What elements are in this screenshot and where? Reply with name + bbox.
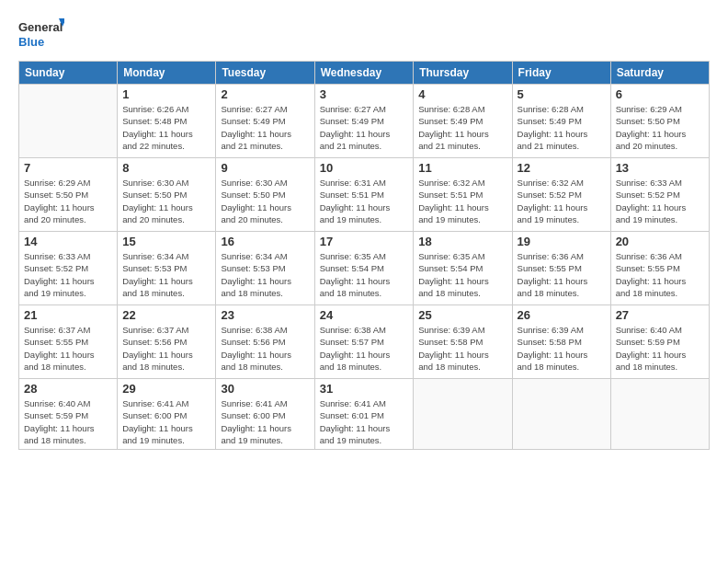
header-tuesday: Tuesday xyxy=(216,62,314,85)
day-info: Sunrise: 6:29 AMSunset: 5:50 PMDaylight:… xyxy=(616,103,704,152)
day-number: 23 xyxy=(221,308,309,322)
calendar-cell: 4Sunrise: 6:28 AMSunset: 5:49 PMDaylight… xyxy=(414,85,512,158)
day-info: Sunrise: 6:39 AMSunset: 5:58 PMDaylight:… xyxy=(518,324,606,373)
header-monday: Monday xyxy=(118,62,216,85)
calendar-cell xyxy=(414,379,512,450)
day-info: Sunrise: 6:27 AMSunset: 5:49 PMDaylight:… xyxy=(221,103,309,152)
page: General Blue SundayMondayTuesdayWednesda… xyxy=(0,0,728,563)
calendar-cell xyxy=(512,379,610,450)
day-number: 3 xyxy=(320,87,409,101)
day-info: Sunrise: 6:40 AMSunset: 5:59 PMDaylight:… xyxy=(616,324,704,373)
day-number: 15 xyxy=(122,235,210,248)
day-info: Sunrise: 6:38 AMSunset: 5:56 PMDaylight:… xyxy=(221,324,309,373)
day-number: 2 xyxy=(221,87,309,101)
calendar-cell: 3Sunrise: 6:27 AMSunset: 5:49 PMDaylight… xyxy=(314,85,414,158)
day-number: 31 xyxy=(320,382,409,396)
day-number: 14 xyxy=(24,235,112,248)
calendar-cell: 24Sunrise: 6:38 AMSunset: 5:57 PMDayligh… xyxy=(314,305,414,379)
day-number: 28 xyxy=(24,382,112,396)
calendar-cell: 13Sunrise: 6:33 AMSunset: 5:52 PMDayligh… xyxy=(610,158,709,232)
day-number: 8 xyxy=(122,161,210,175)
day-number: 11 xyxy=(418,161,506,175)
day-number: 1 xyxy=(122,87,210,101)
day-number: 10 xyxy=(320,161,409,175)
day-info: Sunrise: 6:33 AMSunset: 5:52 PMDaylight:… xyxy=(616,177,704,225)
day-number: 25 xyxy=(418,308,506,322)
day-number: 4 xyxy=(418,87,506,101)
day-number: 5 xyxy=(518,87,606,101)
header: General Blue xyxy=(18,15,710,53)
calendar-cell: 26Sunrise: 6:39 AMSunset: 5:58 PMDayligh… xyxy=(512,305,610,379)
calendar-cell: 25Sunrise: 6:39 AMSunset: 5:58 PMDayligh… xyxy=(414,305,512,379)
logo-svg: General Blue xyxy=(18,15,64,53)
day-info: Sunrise: 6:38 AMSunset: 5:57 PMDaylight:… xyxy=(320,324,409,373)
day-info: Sunrise: 6:32 AMSunset: 5:51 PMDaylight:… xyxy=(418,177,506,225)
day-info: Sunrise: 6:30 AMSunset: 5:50 PMDaylight:… xyxy=(221,177,309,225)
day-info: Sunrise: 6:30 AMSunset: 5:50 PMDaylight:… xyxy=(122,177,210,225)
calendar-cell: 8Sunrise: 6:30 AMSunset: 5:50 PMDaylight… xyxy=(118,158,216,232)
day-info: Sunrise: 6:37 AMSunset: 5:55 PMDaylight:… xyxy=(24,324,112,373)
header-wednesday: Wednesday xyxy=(314,62,414,85)
day-info: Sunrise: 6:33 AMSunset: 5:52 PMDaylight:… xyxy=(24,250,112,299)
calendar-cell: 5Sunrise: 6:28 AMSunset: 5:49 PMDaylight… xyxy=(512,85,610,158)
calendar-cell: 9Sunrise: 6:30 AMSunset: 5:50 PMDaylight… xyxy=(216,158,314,232)
week-row-2: 7Sunrise: 6:29 AMSunset: 5:50 PMDaylight… xyxy=(19,158,710,232)
calendar-cell: 6Sunrise: 6:29 AMSunset: 5:50 PMDaylight… xyxy=(610,85,709,158)
day-info: Sunrise: 6:28 AMSunset: 5:49 PMDaylight:… xyxy=(518,103,606,152)
calendar-header-row: SundayMondayTuesdayWednesdayThursdayFrid… xyxy=(19,62,710,85)
day-info: Sunrise: 6:36 AMSunset: 5:55 PMDaylight:… xyxy=(616,250,704,299)
calendar-cell: 17Sunrise: 6:35 AMSunset: 5:54 PMDayligh… xyxy=(314,232,414,305)
week-row-5: 28Sunrise: 6:40 AMSunset: 5:59 PMDayligh… xyxy=(19,379,710,450)
calendar-cell: 31Sunrise: 6:41 AMSunset: 6:01 PMDayligh… xyxy=(314,379,414,450)
day-info: Sunrise: 6:34 AMSunset: 5:53 PMDaylight:… xyxy=(122,250,210,299)
day-info: Sunrise: 6:27 AMSunset: 5:49 PMDaylight:… xyxy=(320,103,409,152)
calendar-table: SundayMondayTuesdayWednesdayThursdayFrid… xyxy=(18,61,710,450)
day-info: Sunrise: 6:34 AMSunset: 5:53 PMDaylight:… xyxy=(221,250,309,299)
calendar-cell: 27Sunrise: 6:40 AMSunset: 5:59 PMDayligh… xyxy=(610,305,709,379)
svg-text:Blue: Blue xyxy=(18,35,44,49)
day-number: 30 xyxy=(221,382,309,396)
day-number: 19 xyxy=(518,235,606,248)
day-info: Sunrise: 6:41 AMSunset: 6:01 PMDaylight:… xyxy=(320,397,409,446)
calendar-cell: 22Sunrise: 6:37 AMSunset: 5:56 PMDayligh… xyxy=(118,305,216,379)
day-info: Sunrise: 6:41 AMSunset: 6:00 PMDaylight:… xyxy=(221,397,309,446)
day-number: 12 xyxy=(518,161,606,175)
logo: General Blue xyxy=(18,15,64,53)
header-sunday: Sunday xyxy=(19,62,118,85)
day-number: 22 xyxy=(122,308,210,322)
day-info: Sunrise: 6:36 AMSunset: 5:55 PMDaylight:… xyxy=(518,250,606,299)
day-number: 27 xyxy=(616,308,704,322)
week-row-1: 1Sunrise: 6:26 AMSunset: 5:48 PMDaylight… xyxy=(19,85,710,158)
day-info: Sunrise: 6:39 AMSunset: 5:58 PMDaylight:… xyxy=(418,324,506,373)
calendar-cell: 11Sunrise: 6:32 AMSunset: 5:51 PMDayligh… xyxy=(414,158,512,232)
day-number: 9 xyxy=(221,161,309,175)
day-info: Sunrise: 6:28 AMSunset: 5:49 PMDaylight:… xyxy=(418,103,506,152)
day-number: 6 xyxy=(616,87,704,101)
week-row-4: 21Sunrise: 6:37 AMSunset: 5:55 PMDayligh… xyxy=(19,305,710,379)
svg-text:General: General xyxy=(18,20,63,34)
header-friday: Friday xyxy=(512,62,610,85)
day-number: 17 xyxy=(320,235,409,248)
calendar-cell: 7Sunrise: 6:29 AMSunset: 5:50 PMDaylight… xyxy=(19,158,118,232)
day-number: 21 xyxy=(24,308,112,322)
calendar-cell: 29Sunrise: 6:41 AMSunset: 6:00 PMDayligh… xyxy=(118,379,216,450)
calendar-cell: 30Sunrise: 6:41 AMSunset: 6:00 PMDayligh… xyxy=(216,379,314,450)
calendar-cell: 18Sunrise: 6:35 AMSunset: 5:54 PMDayligh… xyxy=(414,232,512,305)
calendar-cell xyxy=(19,85,118,158)
day-number: 24 xyxy=(320,308,409,322)
day-number: 20 xyxy=(616,235,704,248)
calendar-cell: 15Sunrise: 6:34 AMSunset: 5:53 PMDayligh… xyxy=(118,232,216,305)
calendar-cell: 2Sunrise: 6:27 AMSunset: 5:49 PMDaylight… xyxy=(216,85,314,158)
calendar-cell: 23Sunrise: 6:38 AMSunset: 5:56 PMDayligh… xyxy=(216,305,314,379)
calendar-cell xyxy=(610,379,709,450)
day-info: Sunrise: 6:35 AMSunset: 5:54 PMDaylight:… xyxy=(320,250,409,299)
day-info: Sunrise: 6:29 AMSunset: 5:50 PMDaylight:… xyxy=(24,177,112,225)
calendar-cell: 1Sunrise: 6:26 AMSunset: 5:48 PMDaylight… xyxy=(118,85,216,158)
day-info: Sunrise: 6:31 AMSunset: 5:51 PMDaylight:… xyxy=(320,177,409,225)
day-number: 13 xyxy=(616,161,704,175)
calendar-cell: 16Sunrise: 6:34 AMSunset: 5:53 PMDayligh… xyxy=(216,232,314,305)
day-info: Sunrise: 6:26 AMSunset: 5:48 PMDaylight:… xyxy=(122,103,210,152)
calendar-cell: 14Sunrise: 6:33 AMSunset: 5:52 PMDayligh… xyxy=(19,232,118,305)
day-number: 7 xyxy=(24,161,112,175)
day-number: 18 xyxy=(418,235,506,248)
